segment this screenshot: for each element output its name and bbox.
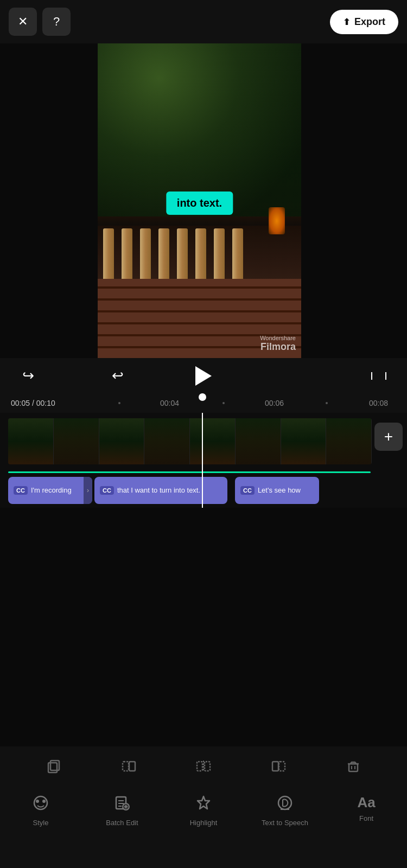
svg-point-17	[36, 800, 39, 803]
fence-post	[214, 228, 225, 283]
fence-post	[195, 228, 206, 283]
time-marker-2: 00:06	[265, 399, 284, 407]
strip-frame	[8, 418, 54, 464]
svg-rect-1	[50, 761, 59, 770]
empty-space	[0, 508, 407, 725]
fullscreen-button[interactable]	[367, 364, 391, 388]
watermark-company: Wondershare	[260, 335, 296, 341]
caption-bubble: into text.	[166, 192, 233, 215]
svg-point-26	[278, 796, 291, 809]
strip-frame	[54, 418, 99, 464]
time-marker-3: 00:08	[369, 399, 388, 407]
fence-posts	[103, 228, 243, 283]
text-to-speech-tool-item[interactable]: Text to Speech	[244, 794, 326, 827]
help-button[interactable]: ?	[42, 8, 71, 36]
fence-post	[122, 228, 132, 283]
delete-icon	[346, 758, 361, 774]
duplicate-icon	[46, 758, 61, 774]
help-icon: ?	[53, 15, 60, 29]
fence-post	[177, 228, 188, 283]
svg-rect-0	[48, 763, 57, 773]
undo-button[interactable]: ↩	[16, 364, 40, 388]
text-to-speech-label: Text to Speech	[262, 819, 308, 827]
clip-edit-toolbar	[0, 746, 407, 786]
watermark: Wondershare Filmora	[260, 335, 296, 353]
add-clip-button[interactable]: +	[374, 423, 403, 451]
tree-overlay	[98, 43, 301, 216]
batch-edit-label: Batch Edit	[106, 819, 138, 827]
caption-clip-1[interactable]: CC I'm recording ›	[8, 477, 92, 504]
svg-rect-3	[129, 762, 135, 771]
caption-clip-text-1: I'm recording	[31, 486, 72, 494]
delete-clip-button[interactable]	[340, 752, 367, 780]
play-icon	[195, 366, 212, 386]
watermark-brand: Filmora	[260, 341, 296, 353]
font-label: Font	[359, 814, 373, 822]
fence-post	[158, 228, 169, 283]
svg-rect-7	[272, 762, 278, 771]
video-track-area: 🔇 +	[0, 413, 407, 473]
lantern	[269, 207, 285, 234]
highlight-icon	[195, 794, 212, 815]
close-button[interactable]: ✕	[9, 8, 37, 36]
cc-badge-1: CC	[14, 486, 28, 495]
playback-controls: ↩ ↩	[0, 358, 407, 393]
redo-button[interactable]: ↩	[106, 364, 130, 388]
top-bar-left: ✕ ?	[9, 8, 71, 36]
play-button[interactable]	[195, 366, 212, 386]
svg-rect-4	[197, 762, 202, 771]
duplicate-clip-button[interactable]	[40, 752, 67, 780]
strip-frame	[281, 418, 327, 464]
style-icon	[32, 794, 49, 815]
ruler-dot	[118, 402, 120, 404]
split-icon	[196, 758, 211, 774]
font-tool-item[interactable]: Aa Font	[326, 794, 407, 822]
split-button[interactable]	[190, 752, 217, 780]
fullscreen-icon	[371, 368, 386, 384]
time-marker-1: 00:04	[160, 399, 179, 407]
highlight-tool-item[interactable]: Highlight	[163, 794, 244, 827]
caption-track-area: CC I'm recording › CC that I want to tur…	[0, 473, 407, 508]
text-to-speech-icon	[276, 794, 294, 815]
playhead-top	[199, 393, 206, 401]
batch-edit-tool-item[interactable]: Batch Edit	[81, 794, 163, 827]
caption-text: into text.	[177, 197, 222, 209]
caption-clip-3[interactable]: CC Let's see how	[235, 477, 319, 504]
fence-post	[103, 228, 114, 283]
strip-frame	[326, 418, 372, 464]
style-tool-item[interactable]: Style	[0, 794, 81, 827]
caption-progress-line	[8, 471, 371, 473]
redo-icon: ↩	[112, 367, 124, 384]
export-button[interactable]: ⬆ Export	[330, 10, 398, 34]
strip-frame	[236, 418, 281, 464]
strip-frame	[144, 418, 190, 464]
bottom-toolbar: Style Batch Edit Highlight	[0, 786, 407, 868]
top-bar: ✕ ? ⬆ Export	[0, 0, 407, 43]
caption-clip-text-3: Let's see how	[258, 486, 301, 494]
video-strip	[8, 418, 372, 464]
trim-right-button[interactable]	[265, 752, 292, 780]
svg-rect-8	[279, 762, 285, 771]
clip-handle-1[interactable]: ›	[84, 477, 92, 504]
highlight-label: Highlight	[190, 819, 218, 827]
strip-frame	[190, 418, 236, 464]
close-icon: ✕	[18, 15, 28, 29]
export-upload-icon: ⬆	[343, 17, 350, 27]
strip-frame	[99, 418, 145, 464]
style-label: Style	[33, 819, 49, 827]
font-icon: Aa	[357, 794, 375, 811]
cc-badge-2: CC	[100, 486, 114, 495]
cc-badge-3: CC	[240, 486, 255, 495]
plus-icon: +	[384, 428, 393, 445]
ruler-dot	[326, 402, 328, 404]
fence-post	[140, 228, 151, 283]
undo-icon: ↩	[22, 367, 34, 384]
batch-edit-icon	[113, 794, 131, 815]
caption-clip-2[interactable]: CC that I want to turn into text.	[94, 477, 227, 504]
trim-left-button[interactable]	[115, 752, 142, 780]
fence-post	[232, 228, 243, 283]
video-preview: into text. Wondershare Filmora	[98, 43, 301, 358]
export-label: Export	[354, 16, 385, 28]
trim-left-icon	[121, 758, 136, 774]
svg-rect-9	[349, 764, 358, 771]
